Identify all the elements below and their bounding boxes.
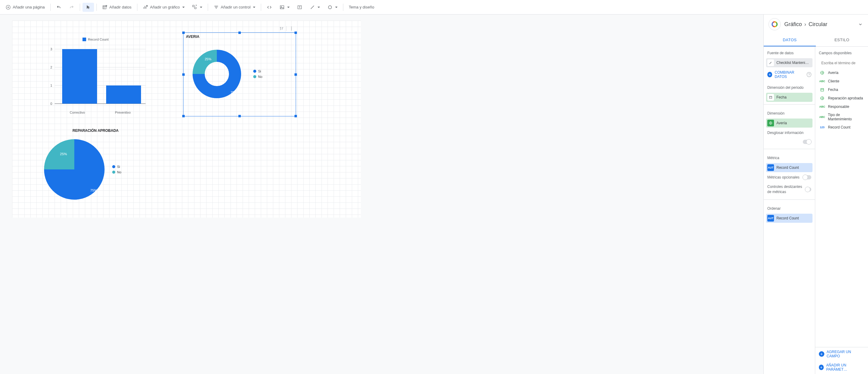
tab-data[interactable]: DATOS [764, 34, 816, 46]
sliders-row: Controles deslizantes de métricas [764, 182, 815, 197]
text-button[interactable] [294, 3, 305, 12]
svg-point-21 [291, 27, 292, 28]
sort-field: Record Count [776, 216, 811, 220]
add-chart-label: Añadir un gráfico [150, 5, 180, 9]
separator [261, 4, 261, 11]
bar-chart-svg: 0123 [42, 43, 149, 110]
line-button[interactable] [307, 3, 323, 12]
text-icon [297, 5, 302, 10]
combine-data-button[interactable]: + COMBINAR DATOS ? [764, 68, 815, 81]
side-header: Gráfico › Circular [764, 14, 868, 34]
abc-icon: ABC [819, 114, 826, 120]
shape-button[interactable] [324, 3, 341, 12]
aut-badge: AUT [767, 164, 774, 171]
image-icon [279, 5, 285, 10]
dimension-chip[interactable]: Avería [766, 118, 812, 128]
field-item[interactable]: Fecha [815, 86, 868, 94]
svg-rect-19 [62, 49, 97, 104]
resize-handle[interactable] [182, 73, 185, 76]
divider [764, 104, 815, 105]
undo-button[interactable] [53, 3, 65, 12]
add-chart-button[interactable]: Añadir un gráfico [140, 3, 188, 12]
help-icon[interactable]: ? [807, 72, 811, 77]
resize-handle[interactable] [238, 115, 241, 117]
theme-button[interactable]: Tema y diseño [346, 3, 377, 11]
embed-button[interactable] [264, 3, 275, 12]
field-item[interactable]: ABCTipo de Mantenimiento [815, 111, 868, 123]
pencil-icon[interactable] [767, 59, 774, 66]
svg-text:1: 1 [50, 83, 52, 87]
chevron-down-icon [182, 7, 185, 8]
bar-chart[interactable]: Record Count 0123 Correctivo [42, 36, 149, 127]
plus-icon: + [819, 365, 824, 370]
pie-chart[interactable]: REPARACIÓN APROBADA 25% 75% Si No [39, 127, 152, 214]
fields-column: Campos disponibles Avería ABCCliente Fec… [815, 47, 868, 374]
resize-handle[interactable] [294, 115, 297, 117]
field-label: Record Count [828, 125, 850, 129]
plus-circle-icon [5, 5, 11, 10]
opt-metrics-toggle[interactable] [803, 175, 811, 179]
sec-breakdown-label: Desglosar información [767, 131, 803, 135]
period-dimension-chip[interactable]: Fecha [766, 93, 812, 102]
add-field-button[interactable]: +AGREGAR UN CAMPO [815, 347, 868, 361]
bc-type: Circular [809, 21, 827, 28]
separator [96, 4, 97, 11]
sec-metric-label: Métrica [764, 151, 815, 163]
add-param-button[interactable]: +AÑADIR UN PARÁMET… [815, 361, 868, 374]
chevron-down-icon[interactable] [858, 22, 863, 27]
bc-chart: Gráfico [784, 21, 802, 28]
field-search[interactable] [815, 58, 868, 68]
separator [343, 4, 343, 11]
image-button[interactable] [276, 3, 293, 12]
field-item[interactable]: ABCCliente [815, 77, 868, 86]
cursor-icon [86, 5, 91, 10]
undo-icon [56, 5, 62, 10]
add-param-label: AÑADIR UN PARÁMET… [826, 363, 864, 372]
resize-handle[interactable] [182, 32, 185, 34]
sort-icon[interactable] [279, 26, 284, 31]
metric-chip[interactable]: AUT Record Count [766, 163, 812, 172]
svg-text:3: 3 [50, 47, 52, 51]
resize-handle[interactable] [238, 32, 241, 34]
breadcrumb[interactable]: Gráfico › Circular [784, 21, 854, 28]
add-data-button[interactable]: Añadir datos [99, 3, 135, 12]
plus-icon: + [767, 72, 772, 77]
combine-label: COMBINAR DATOS [775, 70, 804, 79]
add-control-label: Añadir un control [221, 5, 250, 9]
field-item[interactable]: ABCResponsable [815, 102, 868, 111]
svg-text:25%: 25% [205, 57, 211, 61]
tab-style[interactable]: ESTILO [816, 34, 868, 46]
side-tabs: DATOS ESTILO [764, 34, 868, 47]
legend-si: Si [117, 165, 120, 169]
field-item[interactable]: 123Record Count [815, 123, 868, 132]
search-input[interactable] [821, 61, 867, 65]
abc-icon: ABC [819, 79, 826, 83]
field-item[interactable]: Avería [815, 68, 868, 77]
svg-text:75%: 75% [230, 91, 237, 94]
filter-icon [214, 5, 219, 10]
data-source-chip[interactable]: Checklist Manteni… [766, 58, 812, 67]
source-name: Checklist Manteni… [776, 61, 811, 65]
report-canvas[interactable]: Record Count 0123 Correctivo [12, 21, 361, 217]
community-viz-button[interactable] [189, 3, 205, 12]
add-control-button[interactable]: Añadir un control [211, 3, 258, 12]
legend-no: No [258, 75, 262, 78]
canvas-area[interactable]: Record Count 0123 Correctivo [0, 14, 763, 374]
sort-chip[interactable]: AUT Record Count [766, 214, 812, 223]
more-vert-icon[interactable] [289, 26, 294, 31]
resize-handle[interactable] [182, 115, 185, 117]
svg-rect-20 [106, 86, 141, 104]
svg-rect-4 [193, 5, 194, 7]
add-page-button[interactable]: Añadir una página [2, 3, 48, 12]
resize-handle[interactable] [294, 73, 297, 76]
legend-dot [253, 70, 256, 73]
field-item[interactable]: Reparación aprobada [815, 94, 868, 102]
redo-button[interactable] [66, 3, 78, 12]
select-tool-button[interactable] [83, 3, 94, 12]
sliders-toggle[interactable] [805, 187, 811, 192]
svg-rect-29 [769, 96, 772, 99]
breakdown-toggle[interactable] [803, 140, 811, 144]
legend-swatch [83, 38, 86, 41]
resize-handle[interactable] [294, 32, 297, 34]
donut-chart-selected[interactable]: AVERIA 25% 75% Si No [184, 33, 296, 116]
